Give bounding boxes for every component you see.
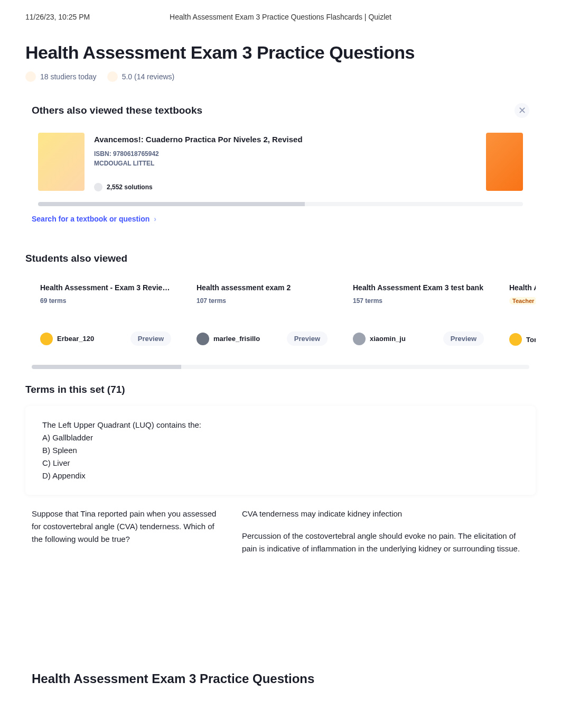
set-author: Toni_Bre [526, 336, 536, 344]
textbook-solutions: 2,552 solutions [107, 183, 153, 191]
rating-text: 5.0 (14 reviews) [122, 72, 175, 81]
answer-line: CVA tenderness may indicate kidney infec… [242, 508, 529, 520]
search-link-text: Search for a textbook or question [32, 215, 149, 223]
set-author: Erbear_120 [57, 335, 94, 343]
arrow-right-icon: › [154, 215, 156, 223]
search-textbook-link[interactable]: Search for a textbook or question › [25, 206, 163, 232]
set-terms: 107 terms [197, 297, 328, 305]
students-row: Health Assessment - Exam 3 Review … 69 t… [25, 275, 536, 354]
answer-line: Percussion of the costovertebral angle s… [242, 530, 529, 555]
star-icon [107, 71, 118, 82]
preview-button[interactable]: Preview [130, 331, 171, 346]
avatar-icon [509, 333, 522, 346]
avatar-icon [353, 333, 366, 345]
avatar-icon [197, 333, 209, 345]
term-question: Suppose that Tina reported pain when you… [32, 508, 221, 555]
print-header: 11/26/23, 10:25 PM Health Assessment Exa… [0, 0, 561, 42]
set-title: Health Assessment Exam 3 test bank [353, 283, 484, 292]
rating-stat: 5.0 (14 reviews) [107, 71, 175, 82]
q-option: D) Appendix [42, 469, 212, 482]
textbook-card[interactable]: Avancemos!: Cuaderno Practica Por Nivele… [25, 126, 536, 198]
textbook-isbn: ISBN: 9780618765942 [94, 149, 523, 159]
q-text: The Left Upper Quadrant (LUQ) contains t… [42, 419, 212, 431]
horizontal-scrollbar[interactable] [32, 365, 529, 369]
textbooks-section-title: Others also viewed these textbooks [32, 105, 202, 116]
print-page-title: Health Assessment Exam 3 Practice Questi… [131, 13, 430, 21]
close-icon[interactable]: ✕ [515, 103, 529, 118]
term-answer: CVA tenderness may indicate kidney infec… [242, 508, 529, 555]
set-card[interactable]: Health Asse Teacher 23 Toni_Bre [501, 275, 536, 354]
term-row: Suppose that Tina reported pain when you… [25, 508, 536, 555]
teacher-badge: Teacher [509, 297, 536, 305]
avatar-icon [40, 333, 53, 345]
horizontal-scrollbar[interactable] [38, 202, 523, 206]
page-title: Health Assessment Exam 3 Practice Questi… [25, 42, 536, 63]
q-option: C) Liver [42, 457, 212, 469]
print-timestamp: 11/26/23, 10:25 PM [25, 13, 131, 21]
textbook-publisher: MCDOUGAL LITTEL [94, 159, 523, 168]
textbook-title: Avancemos!: Cuaderno Practica Por Nivele… [94, 135, 523, 144]
q-option: B) Spleen [42, 444, 212, 457]
preview-button[interactable]: Preview [443, 331, 484, 346]
stats-row: 18 studiers today 5.0 (14 reviews) [25, 71, 536, 82]
set-title: Health Assessment - Exam 3 Review … [40, 283, 171, 292]
flashcard-question: The Left Upper Quadrant (LUQ) contains t… [25, 406, 229, 495]
set-author: xiaomin_ju [370, 335, 406, 343]
set-author: marlee_frisillo [213, 335, 260, 343]
book-cover-icon-2 [486, 133, 523, 191]
set-terms: 157 terms [353, 297, 484, 305]
set-terms: 69 terms [40, 297, 171, 305]
flashcard[interactable]: The Left Upper Quadrant (LUQ) contains t… [25, 406, 536, 495]
bottom-title: Health Assessment Exam 3 Practice Questi… [32, 671, 529, 686]
set-title: Health assessment exam 2 [197, 283, 328, 292]
studiers-stat: 18 studiers today [25, 71, 97, 82]
set-title: Health Asse [509, 283, 536, 292]
set-card[interactable]: Health Assessment Exam 3 test bank 157 t… [344, 275, 492, 354]
q-option: A) Gallbladder [42, 431, 212, 444]
studiers-icon [25, 71, 36, 82]
set-card[interactable]: Health assessment exam 2 107 terms marle… [188, 275, 336, 354]
verified-icon [94, 183, 102, 191]
terms-section-title: Terms in this set (71) [25, 384, 536, 395]
students-section-title: Students also viewed [25, 253, 536, 264]
preview-button[interactable]: Preview [287, 331, 328, 346]
flashcard-answer [229, 406, 536, 495]
set-card[interactable]: Health Assessment - Exam 3 Review … 69 t… [32, 275, 180, 354]
book-cover-icon [38, 133, 85, 191]
studiers-text: 18 studiers today [40, 72, 97, 81]
